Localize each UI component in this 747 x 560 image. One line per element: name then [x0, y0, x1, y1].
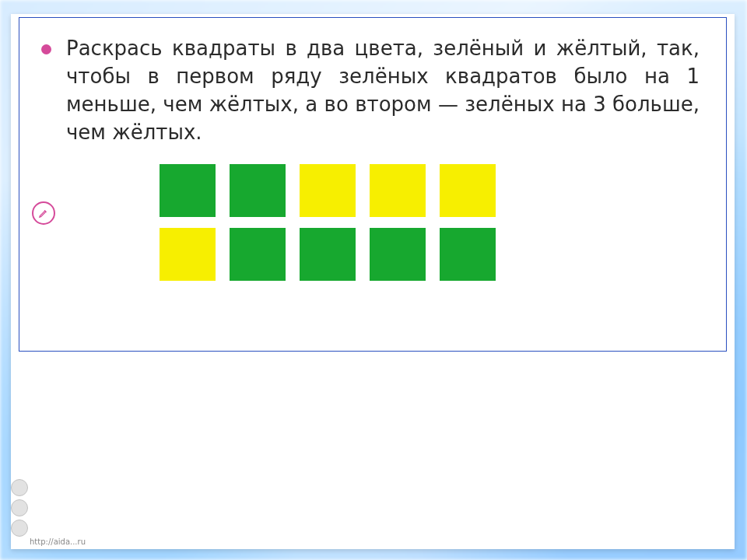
pencil-icon: [32, 201, 55, 225]
grid-row: [160, 228, 700, 281]
grid-cell: [370, 164, 426, 217]
grid-cell: [160, 164, 216, 217]
footer-url: http://aida...ru: [30, 537, 86, 546]
grid-cell: [440, 164, 496, 217]
squares-grid: [160, 164, 700, 281]
bullet-icon: [41, 44, 51, 54]
worksheet-sheet: Раскрась квадраты в два цвета, зелёный и…: [19, 17, 727, 352]
grid-cell: [300, 228, 356, 281]
grid-cell: [230, 164, 286, 217]
grid-cell: [440, 228, 496, 281]
grid-cell: [300, 164, 356, 217]
slide: Раскрась квадраты в два цвета, зелёный и…: [11, 14, 735, 549]
grid-cell: [160, 228, 216, 281]
grid-cell: [370, 228, 426, 281]
task-text: Раскрась квадраты в два цвета, зелёный и…: [66, 35, 700, 147]
grid-row: [160, 164, 700, 217]
grid-cell: [230, 228, 286, 281]
